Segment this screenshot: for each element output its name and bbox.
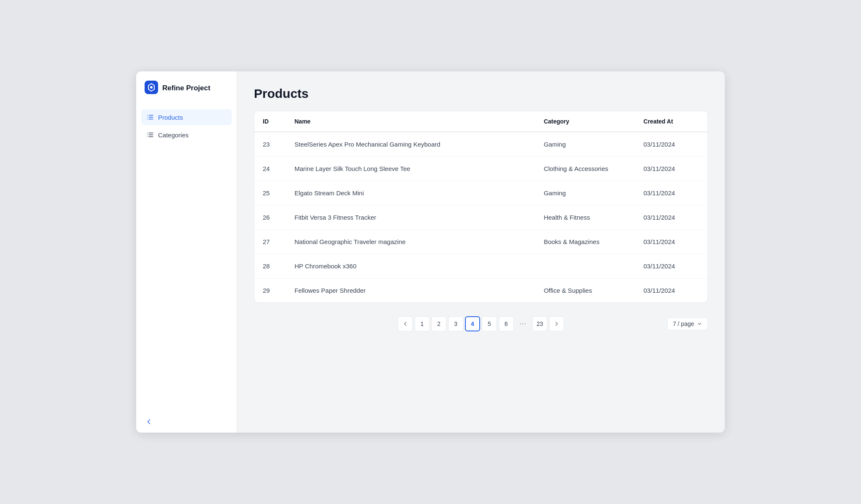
app-window: Refine Project Products: [136, 71, 725, 433]
app-name: Refine Project: [162, 84, 210, 92]
sidebar-item-products[interactable]: Products: [141, 109, 232, 125]
cell-category: Gaming: [535, 181, 635, 205]
pagination-bar: 1 2 3 4 5 6 ··· 23 7 / page: [254, 313, 708, 335]
cell-category: Health & Fitness: [535, 205, 635, 230]
table-body: 23SteelSeries Apex Pro Mechanical Gaming…: [254, 132, 708, 302]
cell-name: National Geographic Traveler magazine: [286, 230, 535, 254]
page-title: Products: [254, 87, 708, 101]
table-row: 27National Geographic Traveler magazineB…: [254, 230, 708, 254]
cell-category: Gaming: [535, 132, 635, 157]
page-4-button[interactable]: 4: [465, 316, 480, 331]
cell-id: 27: [254, 230, 286, 254]
table-row: 25Elgato Stream Deck MiniGaming03/11/202…: [254, 181, 708, 205]
col-header-created-at: Created At: [635, 111, 708, 132]
page-2-button[interactable]: 2: [431, 316, 446, 331]
cell-name: HP Chromebook x360: [286, 254, 535, 278]
sidebar-item-categories[interactable]: Categories: [141, 127, 232, 143]
cell-id: 24: [254, 157, 286, 181]
products-table-card: ID Name Category Created At 23SteelSerie…: [254, 111, 708, 303]
cell-name: SteelSeries Apex Pro Mechanical Gaming K…: [286, 132, 535, 157]
page-23-button[interactable]: 23: [532, 316, 547, 331]
per-page-selector[interactable]: 7 / page: [667, 318, 708, 330]
page-1-button[interactable]: 1: [415, 316, 430, 331]
cell-name: Elgato Stream Deck Mini: [286, 181, 535, 205]
cell-id: 26: [254, 205, 286, 230]
cell-id: 28: [254, 254, 286, 278]
cell-name: Marine Layer Silk Touch Long Sleeve Tee: [286, 157, 535, 181]
cell-id: 29: [254, 278, 286, 303]
table-row: 23SteelSeries Apex Pro Mechanical Gaming…: [254, 132, 708, 157]
sidebar-item-products-label: Products: [158, 114, 183, 121]
svg-point-1: [150, 86, 153, 89]
next-page-button[interactable]: [549, 316, 564, 331]
col-header-category: Category: [535, 111, 635, 132]
cell-category: Office & Supplies: [535, 278, 635, 303]
table-header-row: ID Name Category Created At: [254, 111, 708, 132]
sidebar-nav: Products Categories: [136, 106, 237, 411]
products-table: ID Name Category Created At 23SteelSerie…: [254, 111, 708, 302]
table-row: 28HP Chromebook x36003/11/2024: [254, 254, 708, 278]
logo-icon: [145, 81, 158, 96]
cell-id: 25: [254, 181, 286, 205]
table-row: 29Fellowes Paper ShredderOffice & Suppli…: [254, 278, 708, 303]
sidebar-logo: Refine Project: [136, 71, 237, 106]
page-5-button[interactable]: 5: [482, 316, 497, 331]
cell-name: Fellowes Paper Shredder: [286, 278, 535, 303]
cell-created-at: 03/11/2024: [635, 181, 708, 205]
per-page-label: 7 / page: [673, 320, 694, 327]
page-6-button[interactable]: 6: [499, 316, 514, 331]
pagination-dots: ···: [515, 316, 531, 331]
cell-created-at: 03/11/2024: [635, 254, 708, 278]
sidebar-collapse-button[interactable]: [136, 411, 237, 433]
col-header-id: ID: [254, 111, 286, 132]
cell-category: Books & Magazines: [535, 230, 635, 254]
cell-category: [535, 254, 635, 278]
list-icon: [146, 113, 154, 121]
prev-page-button[interactable]: [398, 316, 413, 331]
cell-id: 23: [254, 132, 286, 157]
col-header-name: Name: [286, 111, 535, 132]
categories-icon: [146, 131, 154, 139]
table-row: 24Marine Layer Silk Touch Long Sleeve Te…: [254, 157, 708, 181]
cell-created-at: 03/11/2024: [635, 230, 708, 254]
chevron-down-icon: [697, 321, 703, 327]
main-content: Products ID Name Category Created At 23S…: [237, 71, 725, 433]
sidebar: Refine Project Products: [136, 71, 237, 433]
cell-created-at: 03/11/2024: [635, 205, 708, 230]
cell-name: Fitbit Versa 3 Fitness Tracker: [286, 205, 535, 230]
sidebar-item-categories-label: Categories: [158, 131, 189, 139]
cell-created-at: 03/11/2024: [635, 278, 708, 303]
cell-created-at: 03/11/2024: [635, 157, 708, 181]
cell-created-at: 03/11/2024: [635, 132, 708, 157]
page-3-button[interactable]: 3: [448, 316, 463, 331]
table-header: ID Name Category Created At: [254, 111, 708, 132]
cell-category: Clothing & Accessories: [535, 157, 635, 181]
table-row: 26Fitbit Versa 3 Fitness TrackerHealth &…: [254, 205, 708, 230]
